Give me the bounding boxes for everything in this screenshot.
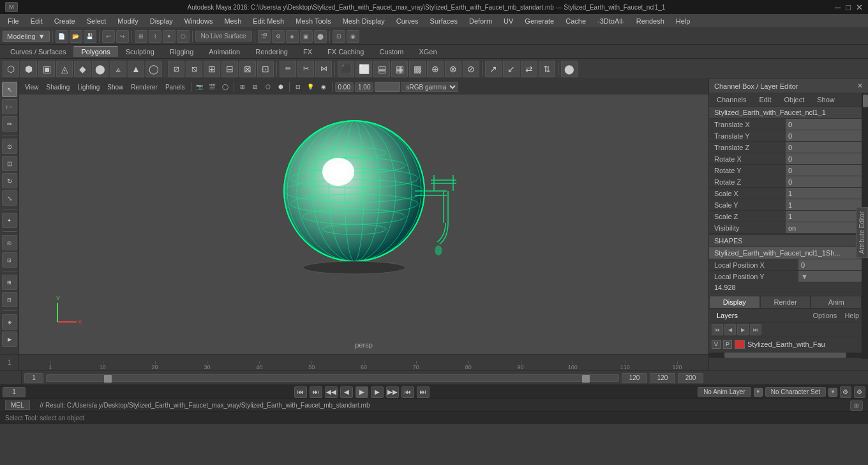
range-start-input[interactable] (24, 373, 43, 383)
vp-film-icon[interactable]: 🎬 (207, 81, 218, 93)
attr-value-visibility[interactable]: on (786, 222, 862, 233)
shelf-icon-30[interactable]: ⇅ (539, 61, 555, 77)
tab-sculpting[interactable]: Sculpting (118, 47, 162, 57)
menu-surfaces[interactable]: Surfaces (425, 16, 463, 26)
anim-layer-arrow[interactable]: ▼ (754, 388, 763, 397)
shelf-icon-21[interactable]: ▤ (373, 61, 390, 77)
display-options-icon[interactable]: ⊡ (333, 30, 345, 43)
menu-edit-mesh[interactable]: Edit Mesh (248, 16, 289, 26)
vp-obj-icon[interactable]: ◯ (220, 81, 231, 93)
vp-view-menu[interactable]: View (22, 82, 42, 92)
menu-mesh-tools[interactable]: Mesh Tools (290, 16, 336, 26)
pb-step-back-btn[interactable]: ⏭ (310, 386, 322, 398)
shelf-icon-9[interactable]: ◯ (146, 61, 162, 77)
cb-tab-edit[interactable]: Edit (754, 95, 776, 105)
cb-tab-show[interactable]: Show (812, 95, 840, 105)
layers-opt-help[interactable]: Help (844, 312, 859, 319)
select-tool-btn[interactable]: ↖ (2, 82, 17, 97)
vp-shadow-icon[interactable]: ◉ (318, 81, 329, 93)
undo-icon[interactable]: ↩ (102, 30, 115, 43)
tab-xgen[interactable]: XGen (411, 47, 444, 57)
shelf-icon-4[interactable]: ◬ (56, 61, 73, 77)
menu-modify[interactable]: Modify (112, 16, 143, 26)
snap-btn[interactable]: ⊞ (2, 275, 17, 290)
shelf-icon-10[interactable]: ⧄ (168, 61, 184, 77)
tab-rendering[interactable]: Rendering (248, 47, 296, 57)
range-end-input[interactable] (622, 373, 647, 383)
view-btn[interactable]: ⊡ (2, 252, 17, 268)
tab-fx-caching[interactable]: FX Caching (320, 47, 371, 57)
cb-scroll-thumb[interactable] (863, 95, 868, 107)
move-tool-btn[interactable]: ↕↔ (2, 99, 17, 114)
layers-btn-rewind[interactable]: ⏮ (712, 324, 723, 335)
status-icon[interactable]: ⊞ (850, 400, 863, 411)
tab-polygons[interactable]: Polygons (73, 46, 117, 57)
attr-value-rotate-y[interactable]: 0 (786, 165, 862, 176)
pb-go-end-btn[interactable]: ⏭ (417, 386, 430, 398)
pb-next-frame-btn[interactable]: ▶ (371, 386, 384, 398)
pb-frame-input[interactable] (3, 387, 26, 397)
pb-go-start-btn[interactable]: ⏮ (294, 386, 307, 398)
menu-create[interactable]: Create (49, 16, 80, 26)
shelf-icon-5[interactable]: ◆ (74, 61, 91, 77)
character-set-arrow[interactable]: ▼ (828, 388, 837, 397)
shelf-icon-2[interactable]: ⬢ (20, 61, 37, 77)
menu-deform[interactable]: Deform (464, 16, 497, 26)
shelf-icon-7[interactable]: ⟁ (110, 61, 126, 77)
shelf-icon-28[interactable]: ↙ (503, 61, 520, 77)
vp-wireframe-icon[interactable]: ⊟ (250, 81, 261, 93)
grid-btn[interactable]: ⊟ (2, 292, 17, 307)
shelf-icon-17[interactable]: ✂ (297, 61, 314, 77)
new-file-icon[interactable]: 📄 (56, 30, 68, 43)
vp-shading-menu[interactable]: Shading (43, 82, 73, 92)
range-handle[interactable] (104, 375, 112, 383)
shelf-icon-13[interactable]: ⊟ (221, 61, 238, 77)
vp-show-menu[interactable]: Show (104, 82, 126, 92)
shelf-icon-18[interactable]: ⋈ (315, 61, 332, 77)
menu-generate[interactable]: Generate (520, 16, 559, 26)
shelf-icon-14[interactable]: ⊠ (239, 61, 256, 77)
shelf-icon-1[interactable]: ⬡ (3, 61, 19, 77)
paint-btn[interactable]: ✏ (2, 116, 17, 132)
menu-uv[interactable]: UV (498, 16, 518, 26)
marquee-btn[interactable]: ⊡ (2, 156, 17, 171)
universal-manip-btn[interactable]: ✦ (2, 213, 17, 228)
attr-value-scale-y[interactable]: 1 (786, 199, 862, 210)
shelf-icon-23[interactable]: ▩ (409, 61, 426, 77)
snap-to-point-icon[interactable]: ✦ (163, 30, 176, 43)
timeline-ruler[interactable]: 1 10 20 30 40 50 60 70 80 90 100 110 120 (19, 354, 708, 370)
minimize-button[interactable]: ─ (835, 3, 841, 12)
workspace-selector[interactable]: Modeling ▼ (3, 31, 50, 42)
render-btn[interactable]: ▶ (2, 332, 17, 347)
dra-tab-display[interactable]: Display (709, 296, 760, 309)
menu-mesh-display[interactable]: Mesh Display (338, 16, 390, 26)
render-settings-icon[interactable]: ⚙ (272, 30, 285, 43)
attr-value-rotate-x[interactable]: 0 (786, 153, 862, 164)
tab-curves-surfaces[interactable]: Curves / Surfaces (3, 47, 73, 57)
range-slider[interactable] (46, 374, 619, 382)
attr-value-translate-x[interactable]: 0 (786, 119, 862, 130)
shape-attr-value-lpy[interactable]: ▼ (798, 271, 862, 282)
soft-select-btn[interactable]: ◎ (2, 235, 17, 250)
vp-value-0[interactable]: 0.00 (335, 82, 354, 92)
tab-rigging[interactable]: Rigging (162, 47, 201, 57)
layers-btn-next[interactable]: ▶ (737, 324, 749, 335)
render-view-icon[interactable]: ▣ (300, 30, 313, 43)
save-file-icon[interactable]: 💾 (84, 30, 96, 43)
rotate-btn[interactable]: ↻ (2, 173, 17, 188)
shelf-icon-3[interactable]: ▣ (38, 61, 55, 77)
shelf-icon-29[interactable]: ⇄ (521, 61, 537, 77)
open-file-icon[interactable]: 📂 (70, 30, 82, 43)
snap-to-curve-icon[interactable]: ⌇ (149, 30, 161, 43)
vp-value-1[interactable]: 1.00 (355, 82, 373, 92)
menu-windows[interactable]: Windows (179, 16, 218, 26)
shelf-icon-19[interactable]: ⬛ (338, 61, 354, 77)
vp-lighting-menu[interactable]: Lighting (74, 82, 103, 92)
render-icon[interactable]: 🎬 (258, 30, 271, 43)
vp-camera-icon[interactable]: 📷 (194, 81, 206, 93)
layers-scroll-thumb[interactable] (724, 353, 846, 358)
layers-btn-fastfwd[interactable]: ⏭ (750, 324, 761, 335)
tab-fx[interactable]: FX (296, 47, 320, 57)
menu-rendesh[interactable]: Rendesh (631, 16, 670, 26)
vp-display-icon[interactable]: ⊞ (237, 81, 248, 93)
